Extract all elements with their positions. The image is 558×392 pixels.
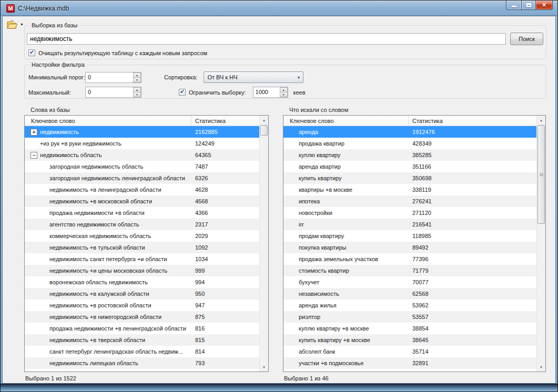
limit-selection-checkbox[interactable]: ✔ bbox=[179, 89, 186, 96]
table-row[interactable]: независимость62568 bbox=[283, 288, 536, 300]
search-button[interactable]: Поиск bbox=[510, 33, 543, 45]
vertical-scrollbar[interactable]: ▲ ▼ bbox=[536, 116, 545, 372]
statistics-cell: 815 bbox=[191, 337, 259, 343]
spin-up-icon[interactable]: ▲ bbox=[280, 87, 288, 92]
table-row[interactable]: недвижимость +в ленинградской области462… bbox=[25, 184, 259, 195]
clear-results-checkbox[interactable]: ✔ bbox=[28, 49, 35, 56]
keyword-text: купить квартиру bbox=[299, 175, 342, 181]
table-row[interactable]: загородная недвижимость область7487 bbox=[25, 161, 259, 172]
statistics-cell: 4628 bbox=[191, 187, 259, 193]
table-row[interactable]: недвижимость +в московской области4568 bbox=[25, 195, 259, 207]
column-header-keyword[interactable]: Ключевое слово bbox=[25, 116, 191, 126]
keyword-cell: продам квартиру bbox=[283, 230, 409, 242]
table-row[interactable]: продажа квартир428349 bbox=[283, 138, 536, 149]
column-header-statistics[interactable]: Статистика bbox=[191, 118, 259, 124]
keyword-cell: куплю квартиру +в москве bbox=[283, 323, 409, 334]
table-row[interactable]: ипотека276241 bbox=[283, 195, 536, 207]
scroll-up-button[interactable]: ▲ bbox=[260, 116, 268, 125]
queries-status-text: Выбрано 1 из 46 bbox=[284, 375, 546, 381]
table-row[interactable]: куплю квартиру +в москве38854 bbox=[283, 323, 536, 334]
sort-dropdown[interactable]: От ВЧ к НЧ ▼ bbox=[204, 71, 303, 83]
statistics-cell: 89492 bbox=[409, 244, 536, 251]
table-row[interactable]: недвижимость +в тверской области815 bbox=[25, 334, 259, 346]
spin-up-icon[interactable]: ▲ bbox=[133, 73, 141, 78]
table-row[interactable]: irr216541 bbox=[283, 219, 536, 230]
table-row[interactable]: продажа недвижимости +в ленинградской об… bbox=[25, 323, 259, 334]
scroll-down-button[interactable]: ▼ bbox=[260, 363, 268, 372]
table-row[interactable]: агентство недвижимости область2317 bbox=[25, 219, 259, 230]
table-row[interactable]: абсолют банк35714 bbox=[283, 346, 536, 357]
table-row[interactable]: покупка квартиры89492 bbox=[283, 242, 536, 253]
words-status-text: Выбрано 1 из 1522 bbox=[25, 375, 269, 381]
table-row[interactable]: продам квартиру118985 bbox=[283, 230, 536, 242]
limit-unit-label: кеев bbox=[293, 89, 306, 96]
table-row[interactable]: купить квартиру350698 bbox=[283, 172, 536, 184]
scrollbar-grip-icon bbox=[540, 173, 543, 176]
table-row[interactable]: недвижимость +в ростовской области947 bbox=[25, 300, 259, 311]
minimize-button[interactable] bbox=[506, 0, 521, 10]
table-row[interactable]: воронежская область недвижимость994 bbox=[25, 276, 259, 288]
table-row[interactable]: бухучет70077 bbox=[283, 276, 536, 288]
spin-down-icon[interactable]: ▼ bbox=[133, 78, 141, 82]
min-threshold-spinner[interactable]: 0 ▲ ▼ bbox=[85, 72, 141, 83]
table-row[interactable]: +недвижимость2162885 bbox=[25, 126, 259, 138]
statistics-cell: 814 bbox=[191, 348, 259, 355]
scrollbar-thumb[interactable] bbox=[537, 125, 545, 224]
spin-down-icon[interactable]: ▼ bbox=[133, 92, 141, 97]
keyword-cell: недвижимость +в тульской области bbox=[25, 242, 191, 253]
collapse-icon[interactable]: − bbox=[31, 152, 37, 159]
table-row[interactable]: новостройки271120 bbox=[283, 207, 536, 219]
chevron-down-icon[interactable]: ▼ bbox=[20, 23, 24, 26]
open-database-button[interactable]: ▼ bbox=[7, 20, 24, 29]
table-row[interactable]: недвижимость санкт петербурга +и области… bbox=[25, 253, 259, 265]
table-row[interactable]: риэлтор53557 bbox=[283, 311, 536, 323]
table-row[interactable]: квартиры +в москве338119 bbox=[283, 184, 536, 195]
column-header-statistics[interactable]: Статистика bbox=[409, 118, 536, 124]
table-row[interactable]: коммерческая недвижимость область2029 bbox=[25, 230, 259, 242]
table-row[interactable]: недвижимость +в тульской области1092 bbox=[25, 242, 259, 253]
vertical-scrollbar[interactable]: ▲ ▼ bbox=[259, 116, 268, 372]
table-row[interactable]: куплю квартиру385285 bbox=[283, 149, 536, 161]
table-row[interactable]: продажа земельных участков77396 bbox=[283, 253, 536, 265]
table-row[interactable]: купить квартиру +в москве38645 bbox=[283, 334, 536, 346]
max-threshold-spinner[interactable]: 0 ▲ ▼ bbox=[85, 87, 141, 98]
title-bar[interactable]: M C:\Недвижка.mdb ✕ bbox=[1, 1, 557, 16]
table-row[interactable]: недвижимость +в нижегородской области875 bbox=[25, 311, 259, 323]
keyword-text: риэлтор bbox=[299, 314, 320, 320]
column-header-keyword[interactable]: Ключевое слово bbox=[283, 116, 409, 126]
table-row[interactable]: загородная недвижимость ленинградской об… bbox=[25, 172, 259, 184]
close-button[interactable]: ✕ bbox=[536, 0, 553, 10]
keyword-cell: коммерческая недвижимость область bbox=[25, 230, 191, 242]
limit-spinner[interactable]: 1000 ▲ ▼ bbox=[253, 87, 288, 98]
spin-up-icon[interactable]: ▲ bbox=[133, 87, 141, 92]
table-row[interactable]: продажа недвижимости +в области4366 bbox=[25, 207, 259, 219]
scroll-up-button[interactable]: ▲ bbox=[537, 116, 545, 125]
table-row[interactable]: −недвижимость область64365 bbox=[25, 149, 259, 161]
statistics-cell: 38854 bbox=[409, 325, 536, 332]
query-input[interactable] bbox=[27, 33, 506, 45]
table-row[interactable]: +из рук +в руки недвижимость124249 bbox=[25, 138, 259, 149]
scroll-down-button[interactable]: ▼ bbox=[537, 363, 545, 372]
keyword-text: аренда квартир bbox=[299, 163, 341, 170]
table-row[interactable]: недвижимость +в калужской области950 bbox=[25, 288, 259, 300]
table-row[interactable]: санкт петербург ленинградская область не… bbox=[25, 346, 259, 357]
table-row[interactable]: недвижимость +и цены московская область9… bbox=[25, 265, 259, 276]
keyword-cell: аренда жилья bbox=[283, 300, 409, 311]
expand-icon[interactable]: + bbox=[31, 129, 37, 136]
spin-down-icon[interactable]: ▼ bbox=[280, 92, 288, 97]
table-row[interactable]: аренда квартир351166 bbox=[283, 161, 536, 172]
keyword-text: независимость bbox=[299, 291, 339, 297]
keyword-text: бухучет bbox=[299, 279, 319, 285]
table-row[interactable]: участки +в подмосковье32891 bbox=[283, 357, 536, 369]
keyword-text: аренда bbox=[299, 129, 318, 135]
statistics-cell: 947 bbox=[191, 302, 259, 308]
table-row[interactable]: стоимость квартир71779 bbox=[283, 265, 536, 276]
table-row[interactable]: недвижимость липецкая область793 bbox=[25, 357, 259, 369]
scrollbar-thumb[interactable] bbox=[260, 125, 268, 136]
table-row[interactable]: аренда жилья53962 bbox=[283, 300, 536, 311]
statistics-cell: 351166 bbox=[409, 163, 536, 170]
table-row[interactable]: аренда1912476 bbox=[283, 126, 536, 138]
keyword-text: недвижимость +в тульской области bbox=[49, 244, 145, 251]
maximize-button[interactable] bbox=[521, 0, 536, 10]
keyword-text: стоимость квартир bbox=[299, 267, 349, 274]
